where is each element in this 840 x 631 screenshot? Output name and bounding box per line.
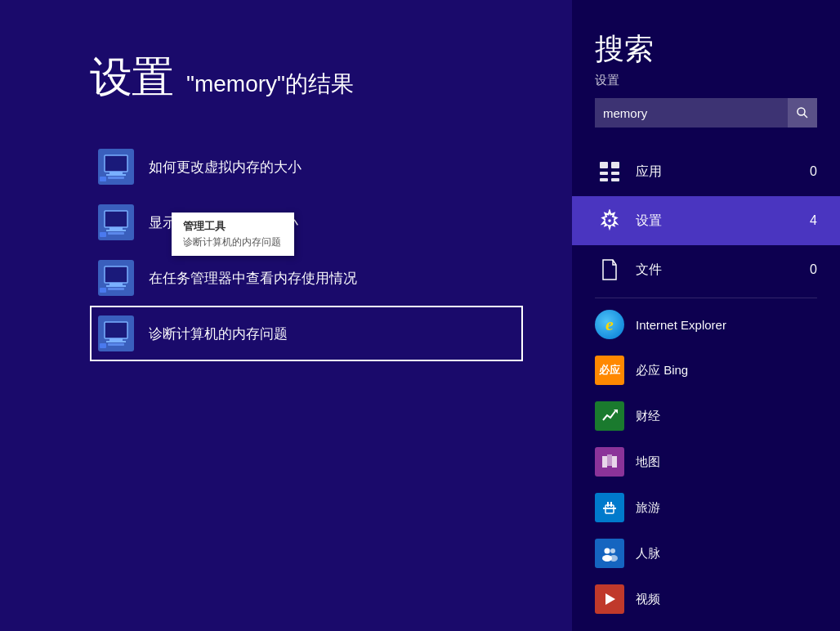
app-item-maps[interactable]: 地图 <box>572 439 840 485</box>
svg-rect-3 <box>106 174 126 176</box>
svg-rect-17 <box>108 288 124 290</box>
category-name-files: 文件 <box>636 262 810 279</box>
result-list: 如何更改虚拟内存的大小 显示此计算机 RAM 大小 <box>90 139 523 361</box>
sidebar-title: 搜索 <box>595 29 817 69</box>
result-text-1: 如何更改虚拟内存的大小 <box>149 158 302 177</box>
result-item-4[interactable]: 诊断计算机的内存问题 <box>90 306 523 361</box>
category-count-files: 0 <box>810 262 817 277</box>
travel-icon <box>595 493 624 522</box>
title-settings: 设置 <box>90 49 173 106</box>
svg-rect-1 <box>105 155 127 172</box>
svg-rect-11 <box>108 232 124 235</box>
svg-point-45 <box>610 555 618 562</box>
svg-rect-29 <box>611 172 619 175</box>
sidebar-header: 搜索 设置 <box>572 0 840 144</box>
svg-rect-10 <box>100 232 106 237</box>
svg-rect-7 <box>105 211 127 227</box>
svg-rect-36 <box>607 454 612 466</box>
gear-icon <box>595 206 624 235</box>
people-icon <box>595 539 624 568</box>
result-item-3[interactable]: 在任务管理器中查看内存使用情况 <box>90 250 523 306</box>
result-icon-3 <box>96 258 136 298</box>
page-title-area: 设置 "memory"的结果 <box>90 49 523 106</box>
search-button[interactable] <box>788 98 817 128</box>
app-item-bing[interactable]: 必应 必应 Bing <box>572 347 840 393</box>
svg-rect-15 <box>106 285 126 287</box>
title-query: "memory"的结果 <box>186 69 354 100</box>
search-box <box>595 98 817 128</box>
tooltip-desc: 诊断计算机的内存问题 <box>183 235 283 249</box>
svg-rect-26 <box>600 162 608 168</box>
category-item-apps[interactable]: 应用 0 <box>572 147 840 196</box>
result-icon-2 <box>96 203 136 242</box>
svg-rect-40 <box>610 502 612 507</box>
divider <box>595 298 817 298</box>
tooltip-title: 管理工具 <box>183 219 283 234</box>
app-name-bing: 必应 Bing <box>636 363 688 378</box>
app-name-finance: 财经 <box>636 409 660 424</box>
svg-rect-19 <box>105 322 127 338</box>
svg-rect-14 <box>109 283 123 285</box>
svg-rect-27 <box>611 162 619 168</box>
svg-point-24 <box>798 108 805 115</box>
main-panel: 设置 "memory"的结果 如何更改虚拟内存的大小 <box>0 0 572 631</box>
svg-marker-46 <box>605 593 615 605</box>
app-name-travel: 旅游 <box>636 500 660 516</box>
app-item-people[interactable]: 人脉 <box>572 530 840 576</box>
result-icon-4 <box>96 314 136 353</box>
svg-rect-2 <box>109 172 123 174</box>
result-text-4: 诊断计算机的内存问题 <box>149 324 288 343</box>
category-name-apps: 应用 <box>636 163 810 181</box>
svg-rect-28 <box>600 172 608 175</box>
category-count-settings: 4 <box>810 213 817 228</box>
app-name-people: 人脉 <box>636 546 660 562</box>
svg-rect-39 <box>607 502 609 507</box>
svg-rect-5 <box>108 177 124 179</box>
svg-rect-8 <box>109 227 123 230</box>
svg-rect-23 <box>108 343 124 346</box>
result-icon-1 <box>96 147 136 186</box>
sidebar-subtitle: 设置 <box>595 73 817 88</box>
svg-rect-9 <box>106 230 126 231</box>
svg-rect-16 <box>100 288 106 293</box>
category-list: 应用 0 设置 4 文件 0 <box>572 147 840 622</box>
app-item-travel[interactable]: 旅游 <box>572 485 840 530</box>
svg-rect-13 <box>105 266 127 283</box>
svg-rect-41 <box>603 508 616 509</box>
tooltip: 管理工具 诊断计算机的内存问题 <box>172 213 294 256</box>
category-item-settings[interactable]: 设置 4 <box>572 196 840 245</box>
svg-rect-30 <box>600 178 608 181</box>
svg-rect-35 <box>602 456 607 468</box>
app-name-video: 视频 <box>636 592 660 607</box>
app-item-video[interactable]: 视频 <box>572 576 840 622</box>
svg-rect-21 <box>106 341 126 342</box>
svg-rect-31 <box>611 178 619 181</box>
svg-rect-22 <box>100 343 106 348</box>
app-name-maps: 地图 <box>636 454 660 470</box>
app-item-ie[interactable]: e Internet Explorer <box>572 302 840 347</box>
file-icon <box>595 255 624 284</box>
search-input[interactable] <box>595 100 788 127</box>
grid-icon <box>595 157 624 186</box>
maps-icon <box>595 447 624 477</box>
video-icon <box>595 584 624 614</box>
ie-icon: e <box>595 310 624 339</box>
svg-line-25 <box>804 114 807 118</box>
category-name-settings: 设置 <box>636 213 810 230</box>
category-count-apps: 0 <box>810 164 817 179</box>
svg-rect-37 <box>612 456 617 468</box>
svg-point-42 <box>605 548 610 554</box>
svg-rect-20 <box>109 338 123 341</box>
svg-point-43 <box>610 548 615 553</box>
result-text-3: 在任务管理器中查看内存使用情况 <box>149 269 357 288</box>
app-item-finance[interactable]: 财经 <box>572 393 840 439</box>
sidebar: 搜索 设置 <box>572 0 840 631</box>
result-item-2[interactable]: 显示此计算机 RAM 大小 <box>90 195 523 250</box>
svg-rect-4 <box>100 177 106 181</box>
finance-icon <box>595 401 624 431</box>
bing-icon: 必应 <box>595 356 624 385</box>
category-item-files[interactable]: 文件 0 <box>572 245 840 294</box>
app-name-ie: Internet Explorer <box>636 318 726 332</box>
result-item-1[interactable]: 如何更改虚拟内存的大小 <box>90 139 523 195</box>
